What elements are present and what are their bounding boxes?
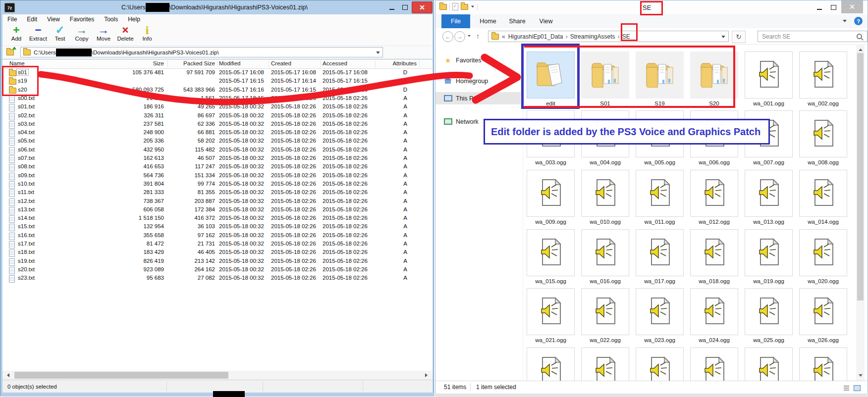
column-header-attributes[interactable]: Attributes <box>379 60 417 66</box>
item-wa_014.ogg[interactable] <box>799 170 847 217</box>
menu-favorites[interactable]: Favorites <box>65 16 99 23</box>
properties-icon[interactable] <box>452 3 458 10</box>
toolbar-copy-button[interactable]: →Copy <box>73 24 91 42</box>
collapse-ribbon-chevron-icon[interactable] <box>843 20 847 22</box>
menu-tools[interactable]: Tools <box>99 16 123 23</box>
up-one-level-button[interactable] <box>6 48 17 57</box>
item-wa_019.ogg[interactable] <box>745 229 793 276</box>
file-row-s16.txt[interactable]: s16.txt355 65897 1622015-05-18 00:322015… <box>2 232 429 240</box>
toolbar-delete-button[interactable]: ×Delete <box>116 24 134 42</box>
item-wa_005.ogg[interactable] <box>636 110 684 157</box>
recent-locations-chevron-icon[interactable] <box>468 35 471 37</box>
item-wa_017.ogg[interactable] <box>636 229 684 276</box>
maximize-button[interactable] <box>399 2 411 12</box>
item-wa_003.ogg[interactable] <box>527 110 575 157</box>
scroll-up-arrow[interactable] <box>857 46 864 53</box>
address-dropdown-chevron-icon[interactable] <box>721 36 725 38</box>
tab-view[interactable]: View <box>534 14 558 28</box>
explorer-titlebar[interactable]: SE ✕ <box>435 0 868 14</box>
minimize-button[interactable] <box>386 2 398 12</box>
item-wa_013.ogg[interactable] <box>745 170 793 217</box>
customize-qat-chevron-icon[interactable] <box>471 6 474 8</box>
file-row-s03.txt[interactable]: s03.txt237 58162 3362015-05-18 00:322015… <box>2 120 429 129</box>
item-wa_021.ogg[interactable] <box>527 288 575 335</box>
scroll-left-arrow[interactable] <box>4 372 12 379</box>
tab-file[interactable]: File <box>441 14 470 28</box>
item-wa_024.ogg[interactable] <box>690 288 738 335</box>
item-wa_002.ogg[interactable] <box>799 51 847 99</box>
column-header-accessed[interactable]: Accessed <box>323 60 347 66</box>
scrollbar-thumb[interactable] <box>857 53 864 300</box>
item-wa_022.ogg[interactable] <box>581 288 629 335</box>
file-row-s17.txt[interactable]: s17.txt81 47221 7312015-05-18 00:322015-… <box>2 240 429 248</box>
file-row-s13.txt[interactable]: s13.txt606 058172 3842015-05-18 00:32201… <box>2 206 429 214</box>
grid-item[interactable] <box>636 347 684 381</box>
file-row-s04.txt[interactable]: s04.txt248 90066 8812015-05-18 00:322015… <box>2 129 429 137</box>
details-view-button[interactable] <box>841 383 852 393</box>
close-button[interactable]: ✕ <box>841 0 863 13</box>
minimize-button[interactable] <box>813 2 826 12</box>
file-row-s14.txt[interactable]: s14.txt1 518 150416 3722015-05-18 00:322… <box>2 214 429 223</box>
forward-button[interactable]: → <box>454 31 465 42</box>
column-header-packed-size[interactable]: Packed Size <box>166 60 215 66</box>
file-row-s02.txt[interactable]: s02.txt326 31186 6972015-05-18 00:322015… <box>2 112 429 120</box>
file-row-s01.txt[interactable]: s01.txt186 91649 2652015-05-18 00:322015… <box>2 103 429 111</box>
item-wa_016.ogg[interactable] <box>581 229 629 276</box>
item-S19[interactable] <box>636 51 684 99</box>
scrollbar-thumb[interactable] <box>14 372 228 379</box>
item-wa_009.ogg[interactable] <box>527 170 575 217</box>
item-wa_012.ogg[interactable] <box>690 170 738 217</box>
address-combobox[interactable]: C:\Users\Downloads\Higurashi\HigurashiPS… <box>20 47 383 57</box>
item-wa_006.ogg[interactable] <box>690 110 738 157</box>
item-edit[interactable] <box>527 51 575 99</box>
menu-help[interactable]: Help <box>123 16 145 23</box>
item-wa_008.ogg[interactable] <box>799 110 847 157</box>
item-wa_007.ogg[interactable] <box>745 110 793 157</box>
tab-home[interactable]: Home <box>474 14 502 28</box>
breadcrumb-higurashiep01_data[interactable]: HigurashiEp01_Data <box>508 33 563 40</box>
file-row-s15.txt[interactable]: s15.txt132 95436 1032015-05-18 00:322015… <box>2 223 429 231</box>
file-row-s19.txt[interactable]: s19.txt826 419213 1422015-05-18 00:32201… <box>2 257 429 266</box>
column-header-created[interactable]: Created <box>271 60 291 66</box>
toolbar-add-button[interactable]: +Add <box>7 24 25 42</box>
file-row-s11.txt[interactable]: s11.txt281 33381 3552015-05-18 00:322015… <box>2 189 429 197</box>
help-icon[interactable]: ? <box>854 17 863 25</box>
file-row-s00.txt[interactable]: s00.txt29 6881 5612015-05-17 18:152015-0… <box>2 95 429 103</box>
file-row-s10.txt[interactable]: s10.txt391 80499 7742015-05-18 00:322015… <box>2 180 429 189</box>
tab-share[interactable]: Share <box>504 14 531 28</box>
file-row-s06.txt[interactable]: s06.txt432 950115 4822015-05-18 00:32201… <box>2 146 429 154</box>
toolbar-move-button[interactable]: →Move <box>95 24 112 42</box>
item-wa_026.ogg[interactable] <box>799 288 847 335</box>
breadcrumb-se[interactable]: SE <box>622 33 630 40</box>
item-wa_011.ogg[interactable] <box>636 170 684 217</box>
column-header-name[interactable]: Name <box>9 60 25 66</box>
column-header-modified[interactable]: Modified <box>219 60 240 66</box>
file-row-s18.txt[interactable]: s18.txt183 42946 4052015-05-18 00:322015… <box>2 248 429 257</box>
refresh-button[interactable]: ↻ <box>732 31 746 43</box>
folder-icon[interactable] <box>439 4 447 10</box>
item-wa_010.ogg[interactable] <box>581 170 629 217</box>
item-wa_020.ogg[interactable] <box>799 229 847 276</box>
up-button[interactable]: ↑ <box>476 32 480 40</box>
close-button[interactable]: ✕ <box>412 1 433 13</box>
new-folder-icon[interactable] <box>461 4 468 10</box>
file-row-s20.txt[interactable]: s20.txt923 089264 1622015-05-18 00:32201… <box>2 266 429 274</box>
item-S01[interactable] <box>581 51 629 99</box>
grid-item[interactable] <box>581 347 629 381</box>
horizontal-scrollbar[interactable] <box>2 371 433 380</box>
scroll-right-arrow[interactable] <box>423 372 430 379</box>
item-wa_001.ogg[interactable] <box>745 51 793 99</box>
file-row-s20[interactable]: s20580 093 725543 383 9662015-05-17 16:1… <box>2 86 429 95</box>
grid-item[interactable] <box>745 347 793 381</box>
chevron-down-icon[interactable] <box>376 51 380 54</box>
file-row-s09.txt[interactable]: s09.txt564 736151 3342015-05-18 00:32201… <box>2 172 429 180</box>
item-wa_015.ogg[interactable] <box>527 229 575 276</box>
file-row-s05.txt[interactable]: s05.txt205 33658 2022015-05-18 00:322015… <box>2 137 429 146</box>
scroll-down-arrow[interactable] <box>857 372 864 379</box>
grid-item[interactable] <box>527 347 575 381</box>
file-row-s12.txt[interactable]: s12.txt738 367203 8872015-05-18 00:32201… <box>2 198 429 206</box>
breadcrumb-overflow[interactable]: « <box>502 33 505 40</box>
menu-edit[interactable]: Edit <box>22 16 42 23</box>
vertical-scrollbar[interactable] <box>856 44 865 381</box>
toolbar-test-button[interactable]: ✓Test <box>51 24 69 42</box>
